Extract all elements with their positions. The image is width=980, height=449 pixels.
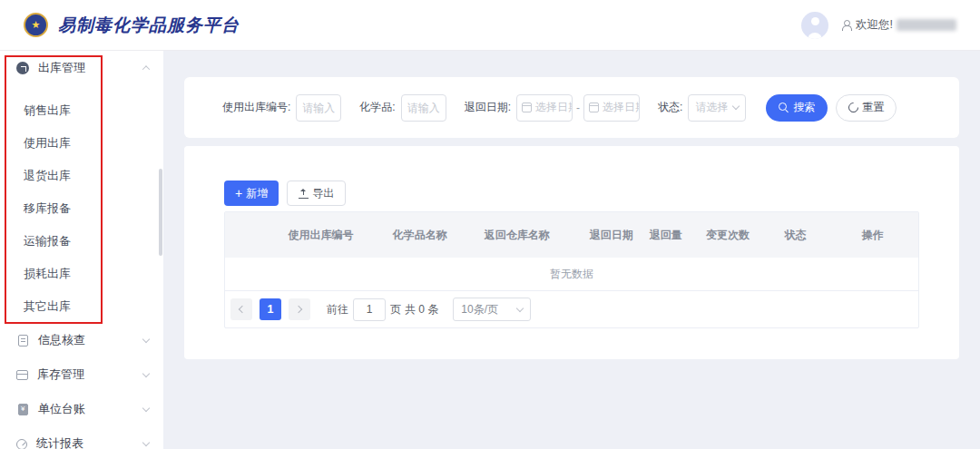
search-icon [779,102,789,113]
date-end-placeholder: 选择日期 [603,100,640,115]
col-chemical-name: 化学品名称 [389,212,451,258]
police-badge-logo-icon: ★ [24,13,48,37]
chevron-down-icon [142,335,150,342]
sidebar-group-inventory-management[interactable]: 库存管理 [0,357,163,392]
chevron-down-icon [142,404,150,411]
sidebar-item-sales-outbound[interactable]: 销售出库 [0,94,163,127]
user-icon [841,20,851,31]
chemical-label: 化学品: [359,100,395,115]
chemical-input[interactable] [401,94,446,122]
prev-page-button[interactable] [230,298,252,320]
plus-icon: + [235,187,242,200]
outbound-no-label: 使用出库编号: [222,100,290,115]
date-end-picker[interactable]: 选择日期 [583,94,640,122]
sidebar-item-other-outbound[interactable]: 其它出库 [0,290,163,323]
chevron-right-icon [295,306,302,313]
search-button[interactable]: 搜索 [766,94,828,122]
pagination: 1 前往 页 共 0 条 10条/页 [225,291,918,327]
filter-return-date: 退回日期: 选择日期 - 选择日期 [465,94,640,122]
add-button[interactable]: + 新增 [224,181,279,206]
total-count-label: 共 0 条 [405,302,438,317]
sidebar-item-transport-report[interactable]: 运输报备 [0,225,163,258]
date-range-separator: - [576,102,580,114]
status-select[interactable]: 请选择 [688,94,746,122]
date-start-placeholder: 选择日期 [535,100,573,115]
sidebar-item-use-outbound[interactable]: 使用出库 [0,127,163,160]
return-date-label: 退回日期: [465,100,511,115]
outbound-arrow-icon [16,62,29,74]
outbound-submenu: 销售出库 使用出库 退货出库 移库报备 运输报备 损耗出库 其它出库 [0,85,163,323]
outbound-no-input[interactable] [296,94,341,122]
avatar[interactable] [801,12,828,39]
reset-button[interactable]: 重置 [836,94,897,122]
col-status: 状态 [763,212,827,258]
col-return-warehouse: 返回仓库名称 [451,212,583,258]
export-icon [299,189,309,199]
app-header: ★ 易制毒化学品服务平台 欢迎您! [0,0,980,51]
filter-outbound-no: 使用出库编号: [222,94,341,122]
add-button-label: 新增 [246,186,268,201]
export-button-label: 导出 [312,186,334,201]
chevron-down-icon [142,438,150,445]
username-redacted [897,19,956,31]
sidebar-scrollbar[interactable] [159,169,162,256]
app-title: 易制毒化学品服务平台 [58,14,240,37]
col-change-count: 变更次数 [692,212,763,258]
page-size-select[interactable]: 10条/页 [453,298,531,321]
welcome-text: 欢迎您! [856,17,893,33]
chevron-left-icon [239,306,246,313]
page-size-value: 10条/页 [461,302,498,317]
table-header-row: 使用出库编号 化学品名称 返回仓库名称 退回日期 退回量 变更次数 状态 操作 [225,212,918,258]
next-page-button[interactable] [289,298,310,320]
current-page-button[interactable]: 1 [260,298,281,320]
pie-chart-icon [16,439,27,449]
sidebar-group-statistics-report[interactable]: 统计报表 [0,426,163,449]
col-return-date: 退回日期 [583,212,640,258]
empty-state: 暂无数据 [225,258,918,291]
col-return-qty: 退回量 [640,212,692,258]
chevron-down-icon [516,304,524,311]
main-content: 使用出库编号: 化学品: 退回日期: 选择日期 - 选择日期 状态: 请选择 [163,51,980,449]
date-start-picker[interactable]: 选择日期 [516,94,573,122]
sidebar-group-info-check[interactable]: 信息核查 [0,323,163,357]
search-button-label: 搜索 [793,100,815,115]
filter-status: 状态: 请选择 [658,94,746,122]
data-table: 使用出库编号 化学品名称 返回仓库名称 退回日期 退回量 变更次数 状态 操作 [225,212,918,258]
brand: ★ 易制毒化学品服务平台 [24,13,240,37]
sidebar-group-label: 单位台账 [38,401,143,417]
table-toolbar: + 新增 导出 [224,181,919,206]
sidebar-group-unit-ledger[interactable]: 单位台账 [0,392,163,426]
table-container: 使用出库编号 化学品名称 返回仓库名称 退回日期 退回量 变更次数 状态 操作 … [224,211,919,328]
sidebar-group-label: 出库管理 [38,60,143,76]
chevron-down-icon [142,369,150,376]
export-button[interactable]: 导出 [287,181,346,206]
sidebar-group-label: 统计报表 [36,435,143,449]
sidebar-item-loss-outbound[interactable]: 损耗出库 [0,258,163,290]
filter-chemical: 化学品: [359,94,446,122]
filter-bar: 使用出库编号: 化学品: 退回日期: 选择日期 - 选择日期 状态: 请选择 [184,77,959,138]
chevron-up-icon [142,65,150,73]
status-placeholder: 请选择 [695,100,728,115]
goto-suffix-label: 页 [390,302,401,317]
calendar-icon [589,102,599,112]
reset-icon [847,101,861,115]
col-expand [225,212,252,258]
sidebar-group-label: 库存管理 [37,366,143,383]
sidebar-item-transfer-report[interactable]: 移库报备 [0,192,163,225]
chevron-down-icon [732,102,740,110]
status-label: 状态: [658,100,682,115]
document-icon [18,335,28,347]
table-card: + 新增 导出 使用出库编号 化学品名称 返回仓库名称 [184,146,959,359]
archive-box-icon [16,370,28,380]
sidebar-group-label: 信息核查 [38,332,143,348]
reset-button-label: 重置 [862,100,884,115]
sidebar: 出库管理 销售出库 使用出库 退货出库 移库报备 运输报备 损耗出库 其它出库 … [0,51,163,449]
calendar-icon [522,102,532,112]
goto-page-input[interactable] [353,298,386,321]
ledger-icon [18,404,28,415]
user-area[interactable]: 欢迎您! [801,12,956,39]
goto-label: 前往 [327,302,348,317]
sidebar-item-return-outbound[interactable]: 退货出库 [0,160,163,192]
col-use-outbound-no: 使用出库编号 [252,212,389,258]
sidebar-group-outbound-management[interactable]: 出库管理 [0,51,163,85]
